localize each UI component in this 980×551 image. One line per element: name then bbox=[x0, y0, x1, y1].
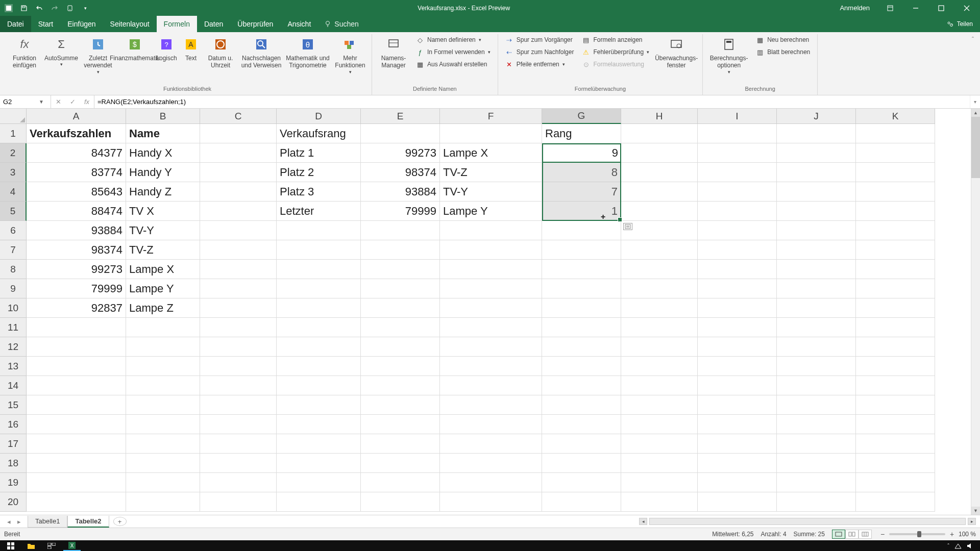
cell-D13[interactable] bbox=[277, 357, 361, 376]
row-header-16[interactable]: 16 bbox=[0, 415, 27, 434]
tray-volume-icon[interactable] bbox=[967, 543, 974, 549]
cell-B1[interactable]: Name bbox=[126, 124, 200, 143]
cell-B20[interactable] bbox=[126, 492, 200, 512]
cell-D2[interactable]: Platz 1 bbox=[277, 143, 361, 163]
cell-J7[interactable] bbox=[777, 240, 856, 260]
cell-F14[interactable] bbox=[440, 376, 542, 395]
row-header-11[interactable]: 11 bbox=[0, 318, 27, 337]
cell-D16[interactable] bbox=[277, 415, 361, 434]
cell-H16[interactable] bbox=[621, 415, 698, 434]
maximize-button[interactable] bbox=[930, 1, 952, 15]
cell-H9[interactable] bbox=[621, 279, 698, 298]
define-name-button[interactable]: ◇Namen definieren ▾ bbox=[413, 34, 494, 45]
cell-C7[interactable] bbox=[200, 240, 277, 260]
column-header-J[interactable]: J bbox=[777, 109, 856, 124]
cell-F16[interactable] bbox=[440, 415, 542, 434]
ribbon-options-icon[interactable] bbox=[879, 1, 901, 15]
view-page-break-button[interactable] bbox=[859, 530, 872, 539]
cell-A2[interactable]: 84377 bbox=[27, 143, 126, 163]
select-all-corner[interactable] bbox=[0, 109, 27, 124]
tab-file[interactable]: Datei bbox=[0, 16, 31, 32]
cell-C12[interactable] bbox=[200, 337, 277, 357]
cell-A14[interactable] bbox=[27, 376, 126, 395]
cell-B11[interactable] bbox=[126, 318, 200, 337]
row-header-17[interactable]: 17 bbox=[0, 434, 27, 454]
row-header-13[interactable]: 13 bbox=[0, 357, 27, 376]
cell-J20[interactable] bbox=[777, 492, 856, 512]
cell-E4[interactable]: 93884 bbox=[361, 182, 440, 202]
cell-D8[interactable] bbox=[277, 260, 361, 279]
cell-E11[interactable] bbox=[361, 318, 440, 337]
formula-input[interactable] bbox=[97, 98, 967, 106]
cell-C3[interactable] bbox=[200, 163, 277, 182]
cell-A17[interactable] bbox=[27, 434, 126, 454]
row-header-12[interactable]: 12 bbox=[0, 337, 27, 357]
autofill-options-icon[interactable] bbox=[623, 223, 632, 230]
row-header-15[interactable]: 15 bbox=[0, 395, 27, 415]
hscroll-right-icon[interactable]: ▸ bbox=[968, 518, 976, 525]
cell-B6[interactable]: TV-Y bbox=[126, 221, 200, 240]
cell-K19[interactable] bbox=[856, 473, 935, 492]
cell-I9[interactable] bbox=[698, 279, 777, 298]
cell-K1[interactable] bbox=[856, 124, 935, 143]
cell-D17[interactable] bbox=[277, 434, 361, 454]
cell-G19[interactable] bbox=[542, 473, 621, 492]
row-header-14[interactable]: 14 bbox=[0, 376, 27, 395]
close-button[interactable] bbox=[955, 1, 978, 15]
cell-F11[interactable] bbox=[440, 318, 542, 337]
cell-I8[interactable] bbox=[698, 260, 777, 279]
cell-I11[interactable] bbox=[698, 318, 777, 337]
row-header-7[interactable]: 7 bbox=[0, 240, 27, 260]
cell-I7[interactable] bbox=[698, 240, 777, 260]
cell-H3[interactable] bbox=[621, 163, 698, 182]
cell-E19[interactable] bbox=[361, 473, 440, 492]
cell-E20[interactable] bbox=[361, 492, 440, 512]
vscroll-thumb[interactable] bbox=[971, 117, 980, 178]
collapse-ribbon-icon[interactable]: ˆ bbox=[972, 36, 974, 43]
cell-E18[interactable] bbox=[361, 454, 440, 473]
tab-start[interactable]: Start bbox=[31, 16, 61, 32]
cell-J1[interactable] bbox=[777, 124, 856, 143]
horizontal-scrollbar[interactable] bbox=[649, 518, 966, 525]
calc-now-button[interactable]: ▦Neu berechnen bbox=[753, 34, 813, 45]
cell-K7[interactable] bbox=[856, 240, 935, 260]
cell-G13[interactable] bbox=[542, 357, 621, 376]
cell-C1[interactable] bbox=[200, 124, 277, 143]
cell-A15[interactable] bbox=[27, 395, 126, 415]
file-explorer-icon[interactable] bbox=[22, 540, 40, 551]
cell-K12[interactable] bbox=[856, 337, 935, 357]
cell-C14[interactable] bbox=[200, 376, 277, 395]
view-normal-button[interactable] bbox=[832, 530, 845, 539]
cell-J11[interactable] bbox=[777, 318, 856, 337]
cell-J8[interactable] bbox=[777, 260, 856, 279]
cell-F17[interactable] bbox=[440, 434, 542, 454]
cell-K11[interactable] bbox=[856, 318, 935, 337]
cell-G18[interactable] bbox=[542, 454, 621, 473]
tab-daten[interactable]: Daten bbox=[197, 16, 230, 32]
cell-G3[interactable]: 8 bbox=[542, 163, 621, 182]
trace-dep-button[interactable]: ⇠Spur zum Nachfolger bbox=[502, 46, 577, 58]
cell-C13[interactable] bbox=[200, 357, 277, 376]
cell-C8[interactable] bbox=[200, 260, 277, 279]
cell-E16[interactable] bbox=[361, 415, 440, 434]
column-header-I[interactable]: I bbox=[698, 109, 777, 124]
cell-A20[interactable] bbox=[27, 492, 126, 512]
tray-network-icon[interactable] bbox=[954, 543, 962, 549]
cell-H5[interactable] bbox=[621, 202, 698, 221]
cell-G6[interactable] bbox=[542, 221, 621, 240]
cell-F4[interactable]: TV-Y bbox=[440, 182, 542, 202]
error-check-button[interactable]: ⚠Fehlerüberprüfung ▾ bbox=[579, 46, 652, 58]
cell-E14[interactable] bbox=[361, 376, 440, 395]
cell-H8[interactable] bbox=[621, 260, 698, 279]
cell-A3[interactable]: 83774 bbox=[27, 163, 126, 182]
cell-J14[interactable] bbox=[777, 376, 856, 395]
cell-A16[interactable] bbox=[27, 415, 126, 434]
datetime-button[interactable]: Datum u. Uhrzeit bbox=[203, 34, 238, 71]
cell-B5[interactable]: TV X bbox=[126, 202, 200, 221]
cell-K13[interactable] bbox=[856, 357, 935, 376]
column-header-G[interactable]: G bbox=[542, 109, 621, 124]
cell-K20[interactable] bbox=[856, 492, 935, 512]
cell-G8[interactable] bbox=[542, 260, 621, 279]
cell-H11[interactable] bbox=[621, 318, 698, 337]
sheet-tab-tabelle2[interactable]: Tabelle2 bbox=[67, 516, 109, 528]
